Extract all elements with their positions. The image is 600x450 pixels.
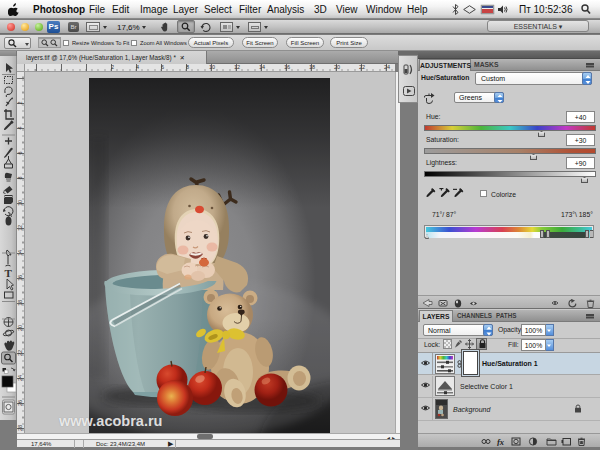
svg-text:T: T [5, 267, 13, 279]
svg-text:fx: fx [497, 437, 505, 446]
